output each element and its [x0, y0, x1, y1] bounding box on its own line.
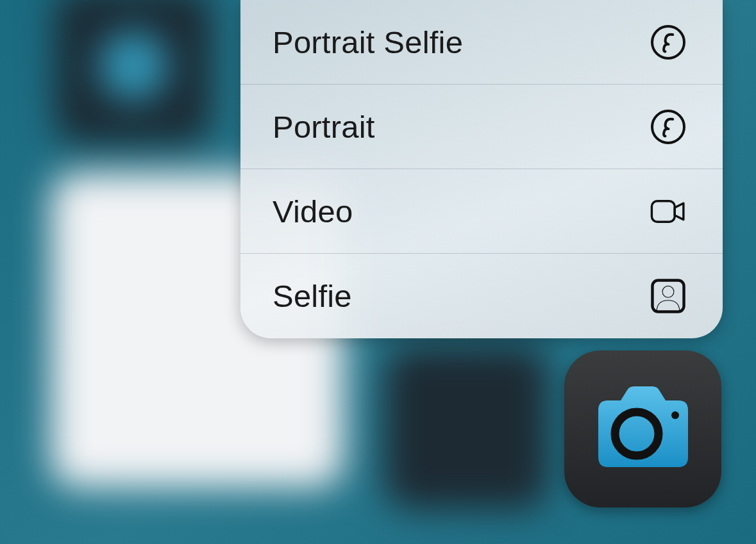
menu-item-video[interactable]: Video — [240, 169, 723, 254]
person-square-icon — [650, 277, 687, 315]
svg-point-6 — [662, 286, 674, 297]
aperture-f-icon — [650, 108, 687, 145]
camera-quick-actions-menu: Portrait Selfie Portrait Video — [240, 0, 723, 338]
menu-item-selfie[interactable]: Selfie — [240, 254, 723, 338]
menu-item-portrait-selfie[interactable]: Portrait Selfie — [240, 0, 723, 85]
blurred-tile-detail — [95, 28, 172, 104]
svg-rect-4 — [651, 201, 675, 221]
svg-point-2 — [652, 111, 684, 143]
menu-item-label: Video — [273, 194, 353, 229]
blurred-tile — [55, 0, 212, 144]
svg-point-0 — [652, 26, 684, 58]
menu-item-portrait[interactable]: Portrait — [240, 85, 723, 169]
menu-item-label: Selfie — [273, 278, 352, 314]
camera-icon — [585, 381, 701, 477]
camera-app-icon[interactable] — [564, 350, 721, 507]
menu-item-label: Portrait — [273, 109, 375, 145]
menu-item-label: Portrait Selfie — [273, 24, 463, 60]
blurred-tile — [385, 346, 548, 509]
svg-point-8 — [671, 411, 679, 419]
aperture-f-icon — [650, 24, 687, 61]
video-camera-icon — [650, 193, 687, 230]
